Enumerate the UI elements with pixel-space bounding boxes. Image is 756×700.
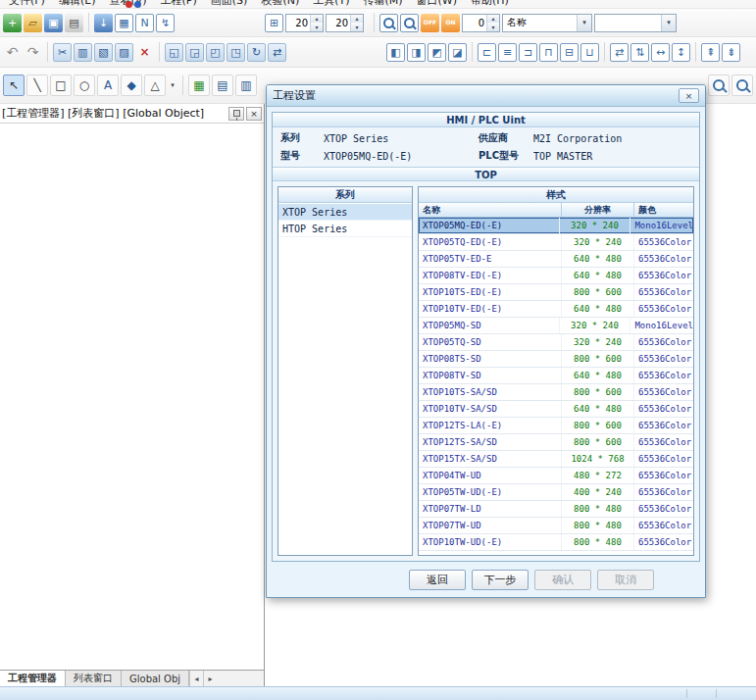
- text-tool[interactable]: A: [97, 75, 119, 96]
- panel-tab[interactable]: 工程管理器: [0, 671, 66, 686]
- column-header[interactable]: 分辨率: [562, 203, 634, 217]
- chevron-down-icon[interactable]: ▾: [661, 15, 676, 31]
- panel-tab[interactable]: 列表窗口: [66, 671, 122, 686]
- state-index-spinner[interactable]: 0 ▴ ▾: [462, 14, 500, 32]
- group-icon[interactable]: ◱: [165, 43, 183, 62]
- style-table-row[interactable]: XTOP15TX-SA/SD1024 * 76865536Color: [419, 451, 693, 468]
- series-list-item[interactable]: HTOP Series: [278, 221, 412, 237]
- select-tool[interactable]: ↖: [3, 75, 25, 96]
- ellipse-tool[interactable]: ○: [74, 75, 95, 96]
- grid-settings-icon[interactable]: ⊞: [265, 14, 283, 32]
- align-right-icon[interactable]: ⊐: [519, 43, 537, 62]
- style-table-row[interactable]: XTOP08TS-SD800 * 60065536Color: [419, 351, 693, 368]
- menu-item[interactable]: 帮助(H): [464, 0, 516, 8]
- style-table-row[interactable]: XTOP05TQ-ED(-E)320 * 24065536Color: [419, 234, 693, 251]
- menu-item[interactable]: 编辑(E): [52, 0, 103, 8]
- spinner-up-icon[interactable]: ▴: [351, 15, 363, 24]
- undo-icon[interactable]: ↶: [3, 43, 22, 62]
- width-spinner[interactable]: 20 ▴ ▾: [285, 14, 324, 32]
- ungroup-icon[interactable]: ◲: [185, 43, 204, 62]
- new-project-icon[interactable]: +: [3, 14, 22, 32]
- style-table-row[interactable]: XTOP05MQ-ED(-E)320 * 240Mono16Level: [419, 218, 693, 234]
- fill-tool[interactable]: ◆: [121, 75, 142, 96]
- chart-tool[interactable]: ▥: [235, 75, 257, 96]
- menu-item[interactable]: 校验(N): [254, 0, 306, 8]
- table-tool[interactable]: ▤: [212, 75, 233, 96]
- align-top-icon[interactable]: ⊓: [539, 43, 558, 62]
- paste-icon[interactable]: ▧: [94, 43, 113, 62]
- delete-icon[interactable]: ×: [135, 43, 154, 62]
- on-state-icon[interactable]: ON: [441, 14, 460, 32]
- align-center-icon[interactable]: ≡: [498, 43, 517, 62]
- redo-icon[interactable]: ↷: [24, 43, 42, 62]
- style-table-row[interactable]: XTOP05TW-UD(-E)400 * 24065536Color: [419, 484, 693, 501]
- same-width-icon[interactable]: ↔: [651, 43, 670, 62]
- menu-item[interactable]: 传输(M): [357, 0, 410, 8]
- object-name-dropdown[interactable]: 名称 ▾: [502, 14, 592, 32]
- space-horizontal-icon[interactable]: ⇄: [610, 43, 629, 62]
- image-tool[interactable]: ▦: [188, 75, 210, 96]
- series-list-item[interactable]: XTOP Series: [278, 204, 412, 221]
- spinner-down-icon[interactable]: ▾: [311, 23, 323, 31]
- style-table-row[interactable]: XTOP12TS-SA/SD800 * 60065536Color: [419, 434, 693, 451]
- cut-icon[interactable]: ✂: [53, 43, 72, 62]
- menu-item[interactable]: 窗口(W): [410, 0, 464, 8]
- panel-tab[interactable]: Global Obj: [122, 671, 189, 686]
- zoom-area-icon[interactable]: [400, 14, 419, 32]
- download-to-device-icon[interactable]: ↓: [94, 14, 113, 32]
- spinner-up-icon[interactable]: ▴: [487, 15, 499, 24]
- pin-button[interactable]: [228, 107, 244, 121]
- menu-item[interactable]: 文件(F): [2, 0, 52, 8]
- align-left-icon[interactable]: ⊏: [478, 43, 496, 62]
- arrange-back-icon[interactable]: ◨: [407, 43, 426, 62]
- style-table-row[interactable]: XTOP10TV-ED(-E)640 * 48065536Color: [419, 301, 693, 318]
- style-table-row[interactable]: XTOP10TV-SA/SD640 * 48065536Color: [419, 401, 693, 418]
- line-tool[interactable]: ╲: [26, 75, 48, 96]
- spinner-down-icon[interactable]: ▾: [351, 23, 363, 31]
- rect-tool[interactable]: □: [50, 75, 72, 96]
- quick-transfer-icon[interactable]: ↯: [156, 14, 175, 32]
- menu-item[interactable]: 工程(P): [154, 0, 204, 8]
- zoom-in-tool[interactable]: [708, 75, 730, 96]
- polygon-tool[interactable]: △: [144, 75, 166, 96]
- arrange-backward-icon[interactable]: ◪: [448, 43, 467, 62]
- height-spinner[interactable]: 20 ▴ ▾: [326, 14, 364, 32]
- back-button[interactable]: 返回: [409, 570, 466, 590]
- screen-manager-icon[interactable]: ▦: [115, 14, 133, 32]
- next-button[interactable]: 下一步: [472, 570, 529, 590]
- copy-icon[interactable]: ▥: [74, 43, 92, 62]
- arrange-forward-icon[interactable]: ◩: [428, 43, 446, 62]
- spinner-up-icon[interactable]: ▴: [311, 15, 323, 24]
- rotate-icon[interactable]: ↻: [247, 43, 266, 62]
- open-project-icon[interactable]: ▱: [24, 14, 42, 32]
- dialog-close-button[interactable]: ×: [679, 88, 699, 103]
- style-table-row[interactable]: XTOP12TS-LA(-E)800 * 60065536Color: [419, 418, 693, 434]
- chevron-down-icon[interactable]: ▾: [577, 15, 591, 31]
- cancel-button[interactable]: 取消: [597, 570, 654, 590]
- polygon-dropdown-icon[interactable]: ▾: [168, 75, 177, 96]
- zoom-select-icon[interactable]: [379, 14, 398, 32]
- style-table-row[interactable]: XTOP07TW-LD800 * 48065536Color: [419, 501, 693, 518]
- flip-icon[interactable]: ⇄: [268, 43, 286, 62]
- object-value-dropdown[interactable]: ▾: [594, 14, 677, 32]
- paste-special-icon[interactable]: ▨: [115, 43, 133, 62]
- same-height-icon[interactable]: ↕: [672, 43, 690, 62]
- panel-close-button[interactable]: ×: [246, 107, 262, 121]
- style-table-row[interactable]: XTOP05TQ-SD320 * 24065536Color: [419, 334, 693, 351]
- menu-item[interactable]: 画面(S): [204, 0, 255, 8]
- space-vertical-icon[interactable]: ⇅: [630, 43, 649, 62]
- layer-down-icon[interactable]: ⇟: [722, 43, 740, 62]
- layer-up-icon[interactable]: ⇞: [701, 43, 720, 62]
- style-table-row[interactable]: XTOP10TW-UD(-E)800 * 48065536Color: [419, 534, 693, 551]
- send-back-icon[interactable]: ◳: [227, 43, 245, 62]
- bring-front-icon[interactable]: ◰: [206, 43, 225, 62]
- column-header[interactable]: 颜色: [634, 203, 693, 217]
- print-icon[interactable]: ▤: [65, 14, 83, 32]
- align-bottom-icon[interactable]: ⊔: [580, 43, 599, 62]
- style-table-row[interactable]: XTOP07TW-UD800 * 48065536Color: [419, 518, 693, 534]
- dialog-titlebar[interactable]: 工程设置 ×: [267, 85, 705, 107]
- style-table-row[interactable]: XTOP05TV-ED-E640 * 48065536Color: [419, 251, 693, 268]
- tab-scroll-right-icon[interactable]: ▸: [203, 671, 217, 686]
- style-table-row[interactable]: XTOP10TS-ED(-E)800 * 60065536Color: [419, 284, 693, 301]
- off-state-icon[interactable]: OFF: [421, 14, 439, 32]
